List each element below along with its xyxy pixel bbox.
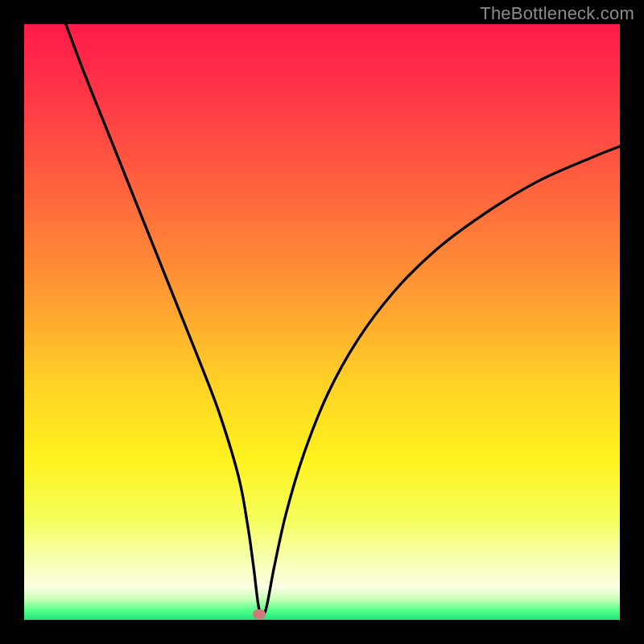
watermark-text: TheBottleneck.com: [480, 3, 634, 24]
bottleneck-curve: [24, 24, 620, 620]
optimal-point-marker: [253, 609, 266, 619]
plot-area: [24, 24, 620, 620]
chart-frame: TheBottleneck.com: [0, 0, 644, 644]
